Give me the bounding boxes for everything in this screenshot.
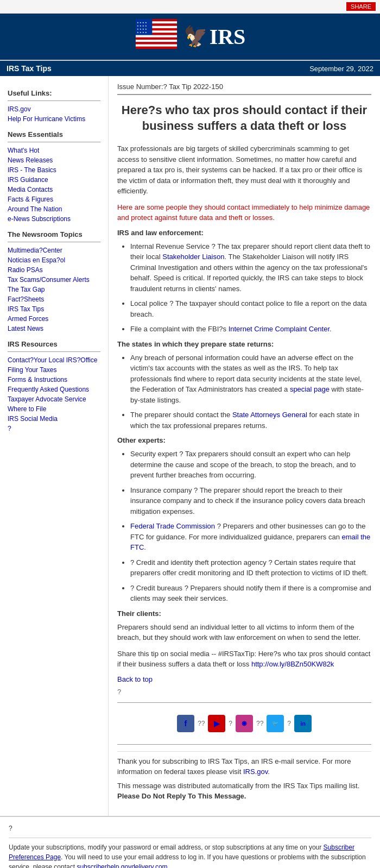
svg-rect-10 — [152, 30, 177, 33]
sidebar-item-enews[interactable]: e-News Subscriptions — [8, 215, 100, 223]
sidebar-item-fact-sheets[interactable]: Fact?Sheets — [8, 295, 100, 303]
list-item: ? Credit bureaus ? Preparers should noti… — [130, 583, 371, 604]
svg-rect-17 — [136, 47, 177, 49]
sidebar-item-tax-scams[interactable]: Tax Scams/Consumer Alerts — [8, 276, 100, 284]
sidebar-item-irs-tax-tips[interactable]: IRS Tax Tips — [8, 305, 100, 313]
sidebar-item-irsgov[interactable]: IRS.gov — [8, 105, 100, 113]
resources-heading: IRS Resources — [8, 340, 100, 348]
sidebar-item-irs-basics[interactable]: IRS - The Basics — [8, 166, 100, 174]
social-divider — [117, 744, 371, 745]
footer-subscribe: Thank you for subscribing to IRS Tax Tip… — [117, 751, 371, 809]
list-item: Federal Trade Commission ? Preparers and… — [130, 521, 371, 553]
stakeholder-liaison-link[interactable]: Stakeholder Liaison — [162, 253, 224, 261]
article-title: Here?s who tax pros should contact if th… — [117, 103, 371, 134]
ftc-link[interactable]: Federal Trade Commission — [130, 522, 215, 530]
question-mark-1: ? — [117, 688, 371, 696]
sidebar-item-tax-gap[interactable]: The Tax Gap — [8, 286, 100, 293]
linkedin-icon[interactable]: in — [294, 715, 312, 732]
list-item: The preparer should contact the State At… — [130, 410, 371, 431]
section1-heading: IRS and law enforcement: — [117, 229, 371, 237]
list-item: ? Credit and identity theft protection a… — [130, 557, 371, 578]
footer-p2: This message was distributed automatical… — [117, 781, 371, 802]
sidebar-item-extra[interactable]: ? — [8, 425, 100, 432]
sidebar-item-latest-news[interactable]: Latest News — [8, 325, 100, 332]
sidebar-item-irs-guidance[interactable]: IRS Guidance — [8, 176, 100, 184]
irs-logo: 🦅 IRS — [183, 23, 246, 51]
sidebar-item-filing-taxes[interactable]: Filing Your Taxes — [8, 366, 100, 374]
svg-rect-5 — [152, 19, 177, 21]
list-item: Internal Revenue Service ? The tax prepa… — [130, 241, 371, 294]
share-link[interactable]: http://ow.ly/8BZn50KW82k — [251, 660, 334, 668]
subscribe-text: Update your subscriptions, modify your p… — [9, 842, 371, 868]
tw-sep: ? — [287, 720, 291, 727]
flag-image: ★ ★ ★ ★ ★ ★ ★ ★ ★ ★ ★ ★ ★ ★ ★ ★ — [135, 19, 183, 54]
sidebar-item-hurricane[interactable]: Help For Hurricane Victims — [8, 115, 100, 123]
svg-text:★ ★ ★ ★: ★ ★ ★ ★ — [136, 31, 147, 34]
sidebar-item-faq[interactable]: Frequently Asked Questions — [8, 386, 100, 393]
share-button[interactable]: SHARE — [346, 2, 376, 11]
ig-sep: ?? — [256, 720, 263, 727]
sidebar-item-where-to-file[interactable]: Where to File — [8, 405, 100, 413]
svg-text:★ ★ ★ ★: ★ ★ ★ ★ — [136, 21, 147, 24]
instagram-icon[interactable]: ◉ — [236, 715, 253, 732]
bottom-divider — [117, 702, 371, 703]
eagle-icon: 🦅 — [183, 23, 205, 51]
svg-rect-12 — [136, 35, 177, 37]
sidebar-item-multimedia[interactable]: Multimedia?Center — [8, 247, 100, 254]
list-item: Insurance company ? The preparer should … — [130, 485, 371, 517]
sidebar-item-facts-figures[interactable]: Facts & Figures — [8, 196, 100, 203]
email-ftc-link[interactable]: email the FTC — [130, 533, 370, 552]
share-bar: SHARE — [0, 0, 380, 14]
social-icons-bar: f ?? ▶ ? ◉ ?? 🐦 ? in — [117, 709, 371, 738]
sidebar-item-radio-psas[interactable]: Radio PSAs — [8, 266, 100, 274]
news-essentials-heading: News Essentials — [8, 130, 100, 139]
sidebar-item-noticias[interactable]: Noticias en Espa?ol — [8, 256, 100, 264]
fb-sep: ?? — [198, 720, 205, 727]
outer-divider — [9, 838, 371, 838]
state-ag-link[interactable]: State Attorneys General — [232, 411, 307, 419]
useful-links-heading: Useful Links: — [8, 89, 100, 97]
intro-paragraph-2: Here are some people they should contact… — [117, 202, 371, 223]
site-title: IRS Tax Tips — [7, 64, 52, 73]
sidebar-item-media-contacts[interactable]: Media Contacts — [8, 186, 100, 193]
section1-list: Internal Revenue Service ? The tax prepa… — [130, 241, 371, 335]
svg-rect-8 — [152, 26, 177, 28]
sidebar-item-whats-hot[interactable]: What's Hot — [8, 147, 100, 154]
back-to-top-link[interactable]: Back to top — [117, 675, 153, 683]
sidebar-item-armed-forces[interactable]: Armed Forces — [8, 315, 100, 323]
news-essentials-divider — [8, 142, 100, 142]
youtube-icon[interactable]: ▶ — [208, 715, 225, 732]
irsgov-footer-link[interactable]: IRS.gov — [243, 768, 268, 776]
sidebar-item-news-releases[interactable]: News Releases — [8, 156, 100, 164]
content-divider — [117, 94, 371, 95]
section3-list: Security expert ? Tax preparers should c… — [130, 449, 371, 604]
sidebar-item-contact-irs[interactable]: Contact?Your Local IRS?Office — [8, 356, 100, 364]
svg-rect-6 — [152, 21, 177, 23]
twitter-icon[interactable]: 🐦 — [267, 715, 284, 732]
irs-logo-text: IRS — [210, 24, 246, 49]
contact-link[interactable]: subscriberhelp.govdelivery.com — [77, 863, 167, 868]
title-bar: IRS Tax Tips September 29, 2022 — [0, 60, 380, 76]
svg-text:★ ★ ★ ★: ★ ★ ★ ★ — [136, 28, 147, 30]
svg-text:★ ★ ★ ★: ★ ★ ★ ★ — [136, 24, 147, 27]
newsroom-divider — [8, 242, 100, 242]
svg-rect-14 — [136, 40, 177, 42]
section4-p1: Preparers should send an individual lett… — [117, 622, 371, 643]
ic3-link[interactable]: Internet Crime Complaint Center — [229, 325, 330, 333]
sidebar-item-taxpayer-advocate[interactable]: Taxpayer Advocate Service — [8, 395, 100, 403]
issue-date: September 29, 2022 — [309, 65, 373, 73]
list-item: Local police ? The taxpayer should conta… — [130, 298, 371, 319]
facebook-icon[interactable]: f — [177, 715, 194, 732]
svg-rect-13 — [136, 37, 177, 40]
svg-rect-15 — [136, 42, 177, 44]
svg-text:🦅: 🦅 — [183, 24, 205, 47]
svg-rect-16 — [136, 45, 177, 47]
special-page-link[interactable]: special page — [290, 385, 330, 393]
main-layout: Useful Links: IRS.gov Help For Hurricane… — [0, 76, 380, 816]
list-item: File a complaint with the FBI?s Internet… — [130, 324, 371, 335]
issue-number: Issue Number:? Tax Tip 2022-150 — [117, 83, 371, 91]
header: ★ ★ ★ ★ ★ ★ ★ ★ ★ ★ ★ ★ ★ ★ ★ ★ 🦅 — [0, 14, 380, 60]
sidebar-item-around-nation[interactable]: Around The Nation — [8, 205, 100, 213]
sidebar-item-irs-social[interactable]: IRS Social Media — [8, 415, 100, 423]
sidebar-item-forms[interactable]: Forms & Instructions — [8, 376, 100, 383]
